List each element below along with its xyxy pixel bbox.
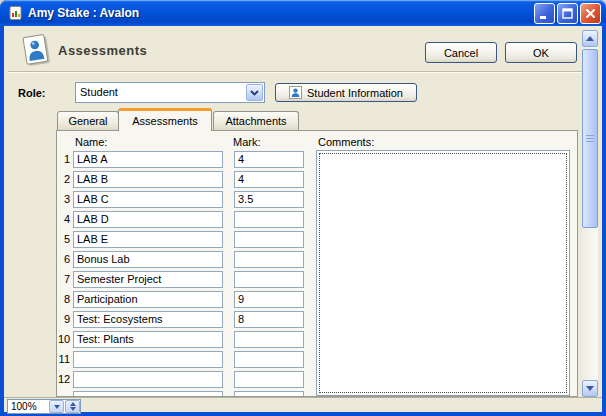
table-row: 1 LAB A 4 bbox=[58, 151, 304, 171]
column-header-comments: Comments: bbox=[318, 136, 374, 148]
mark-field[interactable] bbox=[234, 331, 304, 348]
mark-field[interactable]: 4 bbox=[234, 151, 304, 168]
spinner-up-icon bbox=[70, 402, 76, 406]
assessments-person-card-icon bbox=[16, 31, 54, 73]
mark-field[interactable] bbox=[234, 251, 304, 268]
table-row: 4 LAB D bbox=[58, 211, 304, 231]
tab-panel: Name: Mark: Comments: 1 LAB A 4 2 LAB B … bbox=[56, 130, 578, 397]
mark-field[interactable]: 3.5 bbox=[234, 191, 304, 208]
row-number: 3 bbox=[58, 191, 70, 208]
statusbar: 100% bbox=[4, 397, 602, 412]
scrollbar-thumb[interactable] bbox=[582, 49, 598, 228]
mark-field[interactable]: 4 bbox=[234, 171, 304, 188]
column-header-mark: Mark: bbox=[233, 136, 261, 148]
name-field[interactable]: LAB B bbox=[73, 171, 223, 188]
grid-rows: 1 LAB A 4 2 LAB B 4 3 LAB C 3.5 4 LAB D … bbox=[58, 151, 304, 391]
name-field[interactable] bbox=[73, 391, 223, 397]
titlebar[interactable]: Amy Stake : Avalon bbox=[0, 0, 606, 26]
table-row-partial bbox=[58, 391, 304, 397]
scroll-down-button[interactable] bbox=[582, 380, 598, 397]
role-select[interactable]: Student bbox=[75, 82, 265, 103]
tab-assessments[interactable]: Assessments bbox=[118, 108, 212, 131]
role-select-value: Student bbox=[76, 83, 245, 102]
name-field[interactable]: LAB E bbox=[73, 231, 223, 248]
tab-general[interactable]: General bbox=[57, 111, 119, 130]
zoom-value[interactable]: 100% bbox=[8, 400, 48, 413]
table-row: 11 bbox=[58, 351, 304, 371]
table-row: 12 bbox=[58, 371, 304, 391]
header-separator bbox=[8, 71, 582, 73]
row-number: 5 bbox=[58, 231, 70, 248]
zoom-dropdown-button[interactable] bbox=[49, 400, 64, 413]
minimize-button[interactable] bbox=[534, 3, 555, 24]
table-row: 3 LAB C 3.5 bbox=[58, 191, 304, 211]
table-row: 10 Test: Plants bbox=[58, 331, 304, 351]
cancel-button[interactable]: Cancel bbox=[425, 42, 497, 63]
tab-attachments[interactable]: Attachments bbox=[213, 111, 299, 130]
maximize-button[interactable] bbox=[557, 3, 578, 24]
name-field[interactable]: Test: Ecosystems bbox=[73, 311, 223, 328]
chevron-down-icon bbox=[54, 405, 60, 409]
name-field[interactable] bbox=[73, 351, 223, 368]
form-scrollbar[interactable] bbox=[582, 30, 598, 397]
chevron-down-icon[interactable] bbox=[246, 84, 263, 101]
mark-field[interactable]: 8 bbox=[234, 311, 304, 328]
person-icon bbox=[289, 86, 302, 99]
row-number: 1 bbox=[58, 151, 70, 168]
table-row: 8 Participation 9 bbox=[58, 291, 304, 311]
student-information-label: Student Information bbox=[307, 87, 403, 99]
app-icon bbox=[8, 5, 24, 21]
row-number: 6 bbox=[58, 251, 70, 268]
mark-field[interactable] bbox=[234, 231, 304, 248]
table-row: 5 LAB E bbox=[58, 231, 304, 251]
mark-field[interactable]: 9 bbox=[234, 291, 304, 308]
row-number: 9 bbox=[58, 311, 70, 328]
mark-field[interactable] bbox=[234, 371, 304, 388]
comments-field[interactable] bbox=[316, 150, 570, 396]
triangle-down-icon bbox=[586, 386, 594, 391]
row-number: 8 bbox=[58, 291, 70, 308]
name-field[interactable]: Test: Plants bbox=[73, 331, 223, 348]
name-field[interactable]: Bonus Lab bbox=[73, 251, 223, 268]
row-number: 7 bbox=[58, 271, 70, 288]
ok-button[interactable]: OK bbox=[505, 42, 577, 63]
comments-text[interactable] bbox=[319, 153, 567, 393]
role-label: Role: bbox=[18, 87, 46, 99]
table-row: 2 LAB B 4 bbox=[58, 171, 304, 191]
scroll-up-button[interactable] bbox=[582, 30, 598, 47]
name-field[interactable]: LAB D bbox=[73, 211, 223, 228]
spinner-down-icon bbox=[70, 407, 76, 411]
triangle-up-icon bbox=[586, 36, 594, 41]
table-row: 6 Bonus Lab bbox=[58, 251, 304, 271]
close-icon bbox=[584, 7, 597, 20]
row-number: 11 bbox=[58, 351, 70, 368]
row-number: 4 bbox=[58, 211, 70, 228]
mark-field[interactable] bbox=[234, 351, 304, 368]
page-title: Assessments bbox=[58, 43, 147, 58]
minimize-icon bbox=[538, 7, 551, 20]
student-information-button[interactable]: Student Information bbox=[275, 83, 417, 102]
dialog-body: Assessments Cancel OK Role: Student Stud… bbox=[4, 26, 602, 397]
column-header-name: Name: bbox=[75, 136, 107, 148]
zoom-control[interactable]: 100% bbox=[7, 399, 81, 414]
table-row: 7 Semester Project bbox=[58, 271, 304, 291]
mark-field[interactable] bbox=[234, 271, 304, 288]
name-field[interactable]: LAB A bbox=[73, 151, 223, 168]
name-field[interactable]: Semester Project bbox=[73, 271, 223, 288]
dialog-window: Amy Stake : Avalon bbox=[0, 0, 606, 416]
row-number: 10 bbox=[58, 331, 70, 348]
name-field[interactable]: Participation bbox=[73, 291, 223, 308]
row-number: 12 bbox=[58, 371, 70, 388]
table-row: 9 Test: Ecosystems 8 bbox=[58, 311, 304, 331]
row-number: 2 bbox=[58, 171, 70, 188]
window-title: Amy Stake : Avalon bbox=[28, 6, 532, 20]
scrollbar-grip-icon bbox=[586, 135, 594, 143]
zoom-spinner[interactable] bbox=[65, 400, 80, 413]
close-button[interactable] bbox=[580, 3, 601, 24]
mark-field[interactable] bbox=[234, 211, 304, 228]
mark-field[interactable] bbox=[234, 391, 304, 397]
name-field[interactable]: LAB C bbox=[73, 191, 223, 208]
name-field[interactable] bbox=[73, 371, 223, 388]
maximize-icon bbox=[561, 7, 574, 20]
